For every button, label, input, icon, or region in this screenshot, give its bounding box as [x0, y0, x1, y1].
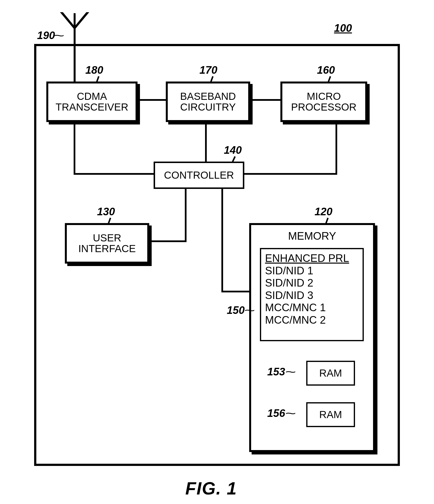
conn-ctrl-to-mem [221, 291, 250, 292]
block-microprocessor: MICRO PROCESSOR [280, 82, 367, 122]
label-ram-156: RAM [319, 409, 342, 420]
conn-ctrl-to-ui [148, 240, 187, 242]
block-cdma-transceiver: CDMA TRANSCEIVER [46, 82, 138, 122]
lead-190: ~ [54, 29, 65, 42]
lead-150: ~ [244, 304, 255, 317]
outer-frame-top [34, 44, 400, 46]
ref-190: 190 [37, 29, 55, 41]
block-controller: CONTROLLER [154, 162, 244, 189]
block-user-interface: USER INTERFACE [65, 223, 149, 264]
ref-140: 140 [224, 144, 242, 156]
lead-120 [325, 218, 329, 224]
conn-ctrl-down-left [185, 187, 187, 242]
antenna-stem [74, 13, 76, 82]
outer-frame-bottom [34, 464, 400, 466]
label-controller: CONTROLLER [164, 170, 234, 181]
label-cdma: CDMA TRANSCEIVER [56, 91, 128, 113]
lead-180 [96, 76, 99, 82]
outer-frame-right [398, 44, 400, 466]
block-ram-156: RAM [306, 402, 355, 427]
outer-frame-left [34, 44, 36, 466]
lead-170 [210, 76, 214, 82]
ref-170: 170 [199, 64, 217, 76]
conn-baseband-micro [249, 99, 280, 101]
ref-156: 156 [267, 407, 285, 419]
conn-micro-down [335, 121, 337, 175]
label-ram-153: RAM [319, 368, 342, 379]
block-enhanced-prl: ENHANCED PRL SID/NID 1 SID/NID 2 SID/NID… [260, 248, 364, 341]
label-ui: USER INTERFACE [78, 233, 136, 254]
label-baseband: BASEBAND CIRCUITRY [180, 91, 236, 113]
block-ram-153: RAM [306, 361, 355, 386]
prl-contents: ENHANCED PRL SID/NID 1 SID/NID 2 SID/NID… [265, 252, 349, 326]
ref-130: 130 [97, 206, 115, 218]
conn-micro-left [243, 173, 337, 175]
conn-ctrl-down-right [221, 187, 223, 292]
diagram-root: 100 190 ~ 180 170 160 CDMA TRANSCEIVER B… [0, 0, 434, 504]
figure-caption: FIG. 1 [185, 478, 237, 498]
prl-row-0: SID/NID 1 [265, 265, 349, 277]
ref-150: 150 [227, 304, 245, 316]
conn-cdma-baseband [136, 99, 166, 101]
ref-120: 120 [315, 206, 332, 218]
ref-153: 153 [267, 366, 285, 378]
block-baseband-circuitry: BASEBAND CIRCUITRY [166, 82, 250, 122]
lead-160 [328, 76, 331, 82]
prl-row-2: SID/NID 3 [265, 289, 349, 302]
prl-row-4: MCC/MNC 2 [265, 314, 349, 326]
lead-156: ~ [285, 407, 296, 420]
conn-baseband-controller [205, 121, 207, 162]
lead-130 [108, 218, 111, 224]
label-micro: MICRO PROCESSOR [291, 91, 356, 113]
conn-cdma-down [74, 121, 75, 175]
ref-100: 100 [334, 22, 352, 34]
prl-header: ENHANCED PRL [265, 252, 349, 265]
ref-160: 160 [317, 64, 335, 76]
prl-row-1: SID/NID 2 [265, 277, 349, 289]
lead-153: ~ [285, 365, 296, 379]
conn-cdma-right [74, 173, 154, 175]
lead-140 [232, 156, 236, 162]
ref-180: 180 [85, 64, 103, 76]
label-memory-title: MEMORY [251, 230, 373, 242]
prl-row-3: MCC/MNC 1 [265, 301, 349, 314]
